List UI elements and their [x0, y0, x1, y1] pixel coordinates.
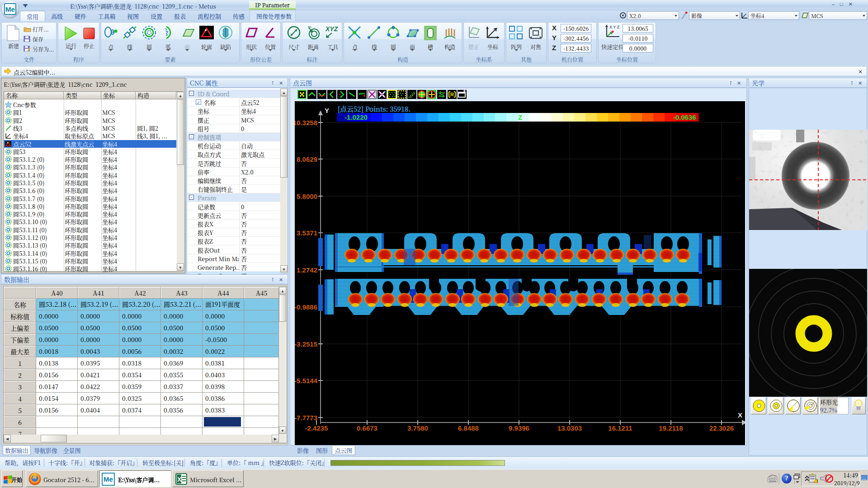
svg-text:13.0303: 13.0303	[557, 424, 582, 432]
svg-text:0.6673: 0.6673	[357, 424, 377, 432]
svg-text:-2.4235: -2.4235	[305, 424, 328, 432]
svg-text:3.7580: 3.7580	[407, 424, 428, 432]
svg-text:-0.9886: -0.9886	[295, 303, 317, 311]
svg-text:22.3026: 22.3026	[709, 424, 734, 432]
svg-text:-0.0636: -0.0636	[673, 113, 696, 121]
svg-text:6.8488: 6.8488	[458, 424, 479, 432]
svg-text:!: !	[817, 478, 818, 483]
svg-text:9.9396: 9.9396	[509, 424, 529, 432]
svg-text:8.0629: 8.0629	[297, 155, 317, 163]
svg-text:Z: Z	[518, 113, 522, 121]
svg-text:3.5371: 3.5371	[297, 229, 317, 237]
svg-text:-3.2515: -3.2515	[295, 340, 317, 348]
svg-text:X Y Z: X Y Z	[609, 25, 620, 29]
svg-text:1.2742: 1.2742	[297, 266, 317, 274]
svg-text:X: X	[177, 476, 182, 483]
svg-text:m: m	[308, 25, 311, 29]
svg-text:XYZ: XYZ	[325, 25, 338, 33]
svg-text:-5.5144: -5.5144	[295, 377, 318, 385]
svg-text:-1.0220: -1.0220	[344, 113, 368, 121]
svg-text:[点云52] Points: 35918.: [点云52] Points: 35918.	[338, 104, 410, 113]
svg-text:X: X	[738, 411, 742, 419]
svg-text:Y: Y	[325, 107, 329, 114]
svg-text:5.8000: 5.8000	[297, 192, 317, 200]
svg-text:10.3258: 10.3258	[295, 119, 317, 127]
svg-text:19.2118: 19.2118	[659, 424, 683, 432]
svg-text:R: R	[450, 92, 454, 97]
svg-text:16.1211: 16.1211	[608, 424, 632, 432]
svg-text:-7.7773: -7.7773	[295, 414, 317, 422]
